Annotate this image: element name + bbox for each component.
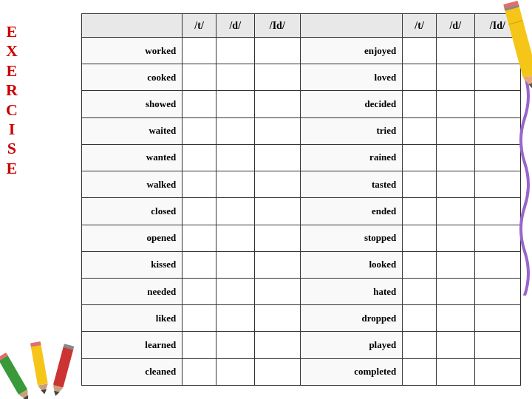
check-d-right[interactable]: [436, 358, 474, 385]
check-id-left[interactable]: [254, 305, 300, 332]
check-t-right[interactable]: [403, 278, 437, 304]
check-t-left[interactable]: [183, 278, 216, 304]
check-t-left[interactable]: [183, 91, 216, 117]
exercise-table-area: /t/ /d/ /Id/ /t/ /d/ /Id/ workedenjoyedc…: [81, 13, 521, 386]
check-t-right[interactable]: [403, 251, 437, 278]
check-t-left[interactable]: [183, 251, 216, 278]
word-right: tasted: [300, 171, 402, 198]
check-d-left[interactable]: [216, 358, 254, 385]
check-id-right[interactable]: [474, 278, 520, 304]
check-id-right[interactable]: [474, 332, 520, 358]
check-t-left[interactable]: [183, 305, 216, 332]
check-id-left[interactable]: [254, 278, 300, 304]
word-left: wanted: [82, 144, 183, 171]
word-right: tried: [300, 117, 402, 144]
check-t-right[interactable]: [403, 38, 437, 64]
check-d-left[interactable]: [216, 225, 254, 251]
check-d-right[interactable]: [436, 91, 474, 117]
check-id-right[interactable]: [474, 358, 520, 385]
check-d-right[interactable]: [436, 278, 474, 304]
check-t-right[interactable]: [403, 117, 437, 144]
pencil-top-decoration: [473, 0, 532, 118]
check-t-right[interactable]: [403, 332, 437, 358]
page-container: E X E R C I S E: [0, 0, 532, 399]
check-d-left[interactable]: [216, 305, 254, 332]
table-row: cookedloved: [82, 64, 521, 91]
word-left: kissed: [82, 251, 183, 278]
check-t-right[interactable]: [403, 225, 437, 251]
check-id-left[interactable]: [254, 171, 300, 198]
word-left: opened: [82, 225, 183, 251]
check-t-right[interactable]: [403, 358, 437, 385]
check-t-left[interactable]: [183, 225, 216, 251]
word-left: walked: [82, 171, 183, 198]
exercise-label: E X E R C I S E: [6, 22, 18, 178]
check-t-right[interactable]: [403, 305, 437, 332]
check-t-left[interactable]: [183, 171, 216, 198]
check-id-left[interactable]: [254, 198, 300, 225]
check-t-left[interactable]: [183, 38, 216, 64]
word-right: looked: [300, 251, 402, 278]
check-d-right[interactable]: [436, 144, 474, 171]
check-d-right[interactable]: [436, 38, 474, 64]
check-id-left[interactable]: [254, 358, 300, 385]
header-t-right: /t/: [403, 14, 437, 38]
check-d-left[interactable]: [216, 171, 254, 198]
check-id-right[interactable]: [474, 251, 520, 278]
svg-rect-14: [53, 346, 74, 388]
check-id-right[interactable]: [474, 225, 520, 251]
check-d-right[interactable]: [436, 332, 474, 358]
check-id-left[interactable]: [254, 117, 300, 144]
svg-marker-11: [38, 383, 50, 395]
check-id-right[interactable]: [474, 117, 520, 144]
check-d-left[interactable]: [216, 198, 254, 225]
check-id-left[interactable]: [254, 225, 300, 251]
check-d-left[interactable]: [216, 38, 254, 64]
svg-rect-10: [30, 344, 47, 386]
check-t-left[interactable]: [183, 117, 216, 144]
check-id-right[interactable]: [474, 198, 520, 225]
check-t-left[interactable]: [183, 64, 216, 91]
check-id-right[interactable]: [474, 305, 520, 332]
check-t-right[interactable]: [403, 171, 437, 198]
table-row: likeddropped: [82, 305, 521, 332]
svg-rect-6: [0, 355, 27, 395]
check-d-right[interactable]: [436, 117, 474, 144]
check-d-left[interactable]: [216, 64, 254, 91]
header-word-right: [300, 14, 402, 38]
table-row: walkedtasted: [82, 171, 521, 198]
word-right: hated: [300, 278, 402, 304]
check-d-left[interactable]: [216, 91, 254, 117]
check-d-right[interactable]: [436, 251, 474, 278]
header-d-left: /d/: [216, 14, 254, 38]
check-d-left[interactable]: [216, 117, 254, 144]
check-d-left[interactable]: [216, 278, 254, 304]
check-t-right[interactable]: [403, 144, 437, 171]
check-id-left[interactable]: [254, 91, 300, 117]
check-t-right[interactable]: [403, 64, 437, 91]
check-t-left[interactable]: [183, 144, 216, 171]
check-t-left[interactable]: [183, 198, 216, 225]
check-id-left[interactable]: [254, 144, 300, 171]
check-d-right[interactable]: [436, 198, 474, 225]
check-d-right[interactable]: [436, 225, 474, 251]
check-t-right[interactable]: [403, 91, 437, 117]
check-id-left[interactable]: [254, 64, 300, 91]
check-id-left[interactable]: [254, 251, 300, 278]
check-t-left[interactable]: [183, 332, 216, 358]
table-row: wantedrained: [82, 144, 521, 171]
check-d-left[interactable]: [216, 144, 254, 171]
check-d-left[interactable]: [216, 251, 254, 278]
check-d-right[interactable]: [436, 64, 474, 91]
check-t-left[interactable]: [183, 358, 216, 385]
check-t-right[interactable]: [403, 198, 437, 225]
table-row: neededhated: [82, 278, 521, 304]
check-d-left[interactable]: [216, 332, 254, 358]
check-d-right[interactable]: [436, 305, 474, 332]
check-id-left[interactable]: [254, 38, 300, 64]
check-id-right[interactable]: [474, 144, 520, 171]
word-left: showed: [82, 91, 183, 117]
check-d-right[interactable]: [436, 171, 474, 198]
check-id-left[interactable]: [254, 332, 300, 358]
check-id-right[interactable]: [474, 171, 520, 198]
